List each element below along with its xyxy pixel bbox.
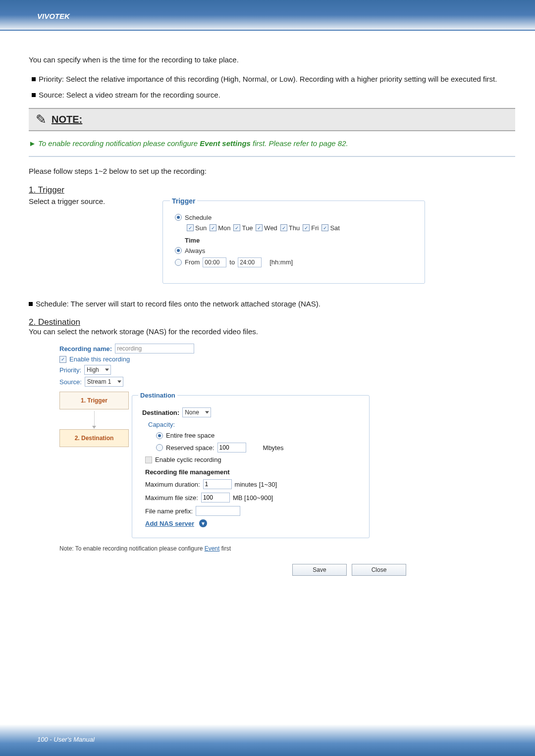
trigger-legend: Trigger [170, 197, 197, 205]
capacity-label: Capacity: [148, 421, 175, 428]
header-band [0, 0, 535, 30]
checkbox-icon[interactable] [280, 224, 287, 231]
bullet-list: Priority: Select the relative importance… [32, 74, 515, 101]
source-value: Stream 1 [87, 378, 111, 385]
prefix-input[interactable] [196, 506, 240, 516]
day-sun[interactable]: Sun [187, 224, 207, 232]
schedule-label: Schedule [185, 214, 212, 221]
step-1-label: 1. Trigger [81, 397, 107, 404]
schedule-radio[interactable] [175, 214, 182, 221]
recording-name-input[interactable] [115, 344, 194, 353]
section1-desc: Select a trigger source. [29, 197, 105, 205]
bullet-source: Source: Select a video stream for the re… [32, 90, 515, 101]
time-from-row: From to [hh:mm] [175, 257, 418, 267]
event-link[interactable]: Event [205, 545, 220, 552]
checkbox-icon[interactable] [321, 224, 328, 231]
maxdur-unit: minutes [1~30] [235, 481, 277, 488]
time-label: Time [185, 237, 418, 244]
day-sat[interactable]: Sat [321, 224, 340, 232]
days-row: Sun Mon Tue Wed Thu Fri Sat [187, 224, 418, 232]
destination-select[interactable]: None [182, 407, 211, 417]
dest-label: Destination: [142, 409, 179, 416]
day-wed[interactable]: Wed [256, 224, 277, 232]
divider [29, 156, 515, 157]
brand-label: VIVOTEK [37, 12, 70, 20]
day-wed-label: Wed [264, 224, 277, 232]
add-nas-link[interactable]: Add NAS server [145, 520, 194, 527]
day-tue-label: Tue [242, 224, 253, 232]
to-input[interactable] [238, 257, 262, 267]
reserved-input[interactable] [217, 443, 246, 453]
maxsize-input[interactable] [201, 493, 230, 503]
day-thu-label: Thu [289, 224, 300, 232]
checkbox-icon[interactable] [187, 224, 194, 231]
close-button[interactable]: Close [352, 564, 406, 576]
entire-label: Entire free space [166, 432, 214, 439]
checkbox-icon[interactable] [210, 224, 216, 231]
section2-title: 2. Destination [29, 317, 515, 327]
priority-select[interactable]: High [84, 365, 111, 375]
enable-label: Enable this recording [69, 355, 130, 363]
day-mon-label: Mon [218, 224, 230, 232]
button-row: Save Close [29, 564, 406, 576]
schedule-desc-text: Schedule: The server will start to recor… [36, 300, 321, 308]
footnote-suffix: first [219, 545, 231, 552]
always-label: Always [185, 247, 205, 254]
chevron-down-icon [92, 426, 96, 429]
reserved-label: Reserved space: [166, 444, 214, 452]
time-always-row: Always [175, 247, 418, 254]
priority-value: High [87, 366, 99, 373]
source-label: Source: [59, 378, 82, 386]
from-label: From [185, 258, 200, 266]
from-radio[interactable] [175, 259, 182, 266]
day-tue[interactable]: Tue [233, 224, 253, 232]
checkbox-icon[interactable] [303, 224, 310, 231]
always-radio[interactable] [175, 247, 182, 254]
day-fri-label: Fri [311, 224, 319, 232]
maxsize-label: Maximum file size: [145, 494, 198, 502]
footer-text: 100 - User's Manual [37, 736, 95, 743]
section2-desc: You can select the network storage (NAS)… [29, 327, 515, 336]
step-connector [94, 411, 95, 428]
dest-head: Recording name: Enable this recording Pr… [59, 344, 515, 387]
maxsize-unit: MB [100~900] [233, 494, 273, 502]
day-mon[interactable]: Mon [210, 224, 230, 232]
step-1-box[interactable]: 1. Trigger [59, 392, 129, 409]
bullet-priority: Priority: Select the relative importance… [32, 74, 515, 85]
source-select[interactable]: Stream 1 [85, 377, 123, 387]
destination-panel: Recording name: Enable this recording Pr… [29, 344, 515, 576]
destination-fieldset: Destination Destination: None Capacity: … [132, 392, 370, 538]
footnote-prefix: Note: To enable recording notification p… [59, 545, 205, 552]
note-label: NOTE: [52, 114, 82, 125]
save-button[interactable]: Save [292, 564, 347, 576]
mbytes-label: Mbytes [263, 444, 284, 452]
note-green-text: ► To enable recording notification pleas… [29, 138, 515, 150]
bullet-source-text: Source: Select a video stream for the re… [39, 91, 220, 99]
day-fri[interactable]: Fri [303, 224, 319, 232]
step-2-label: 2. Destination [75, 435, 114, 442]
step-2-box[interactable]: 2. Destination [59, 429, 129, 447]
add-icon[interactable]: ▼ [199, 519, 207, 527]
from-input[interactable] [203, 257, 226, 267]
section1-title: 1. Trigger [29, 185, 515, 195]
square-icon [32, 77, 36, 81]
prefix-label: File name prefix: [145, 507, 193, 515]
entire-radio[interactable] [156, 432, 163, 439]
recording-name-label: Recording name: [59, 345, 112, 353]
trigger-fieldset: Trigger Schedule Sun Mon Tue Wed Thu Fri… [162, 197, 425, 284]
square-icon [32, 93, 36, 97]
day-thu[interactable]: Thu [280, 224, 300, 232]
intro-text: You can specify when is the time for the… [29, 54, 515, 66]
note-bar: ✎ NOTE: [29, 108, 515, 131]
cyclic-checkbox[interactable] [145, 456, 152, 463]
checkbox-icon[interactable] [256, 224, 263, 231]
hhmm-hint: [hh:mm] [269, 258, 293, 266]
note-prefix: ► To enable recording notification pleas… [29, 139, 200, 148]
day-sat-label: Sat [330, 224, 340, 232]
enable-checkbox[interactable] [59, 356, 66, 363]
maxdur-input[interactable] [203, 479, 232, 489]
footnote: Note: To enable recording notification p… [59, 545, 515, 552]
checkbox-icon[interactable] [233, 224, 240, 231]
pencil-icon: ✎ [36, 112, 47, 127]
reserved-radio[interactable] [156, 444, 163, 451]
